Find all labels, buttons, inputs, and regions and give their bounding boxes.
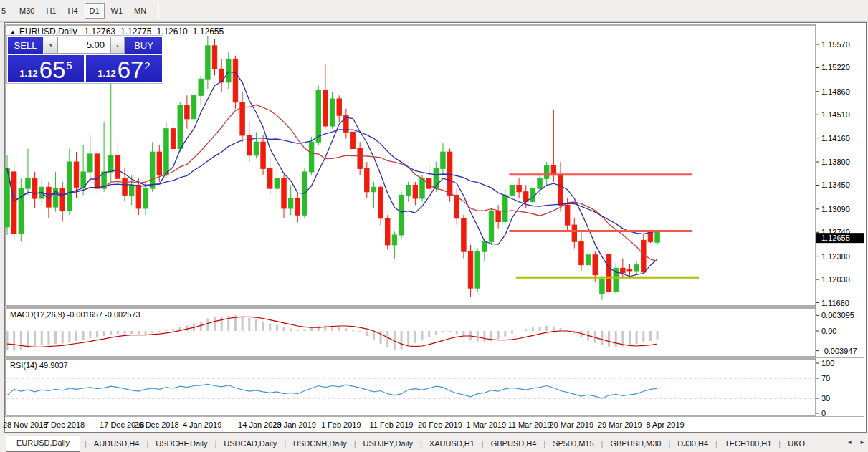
collapse-triangle-icon[interactable]: ▲ bbox=[10, 29, 16, 35]
chart-tab-gbpusd-h4[interactable]: GBPUSD,H4 bbox=[484, 436, 544, 452]
svg-text:1.13090: 1.13090 bbox=[821, 205, 850, 213]
volume-increase-button[interactable]: ▲ bbox=[110, 37, 125, 54]
svg-text:0: 0 bbox=[821, 409, 826, 418]
trading-app: 5M30H1H4D1W1MN 1.155701.152201.148601.14… bbox=[0, 0, 868, 452]
chart-tab-gbpusd-m30[interactable]: GBPUSD,M30 bbox=[603, 436, 668, 452]
svg-text:1.12030: 1.12030 bbox=[821, 275, 850, 284]
sell-price-sup: 5 bbox=[66, 60, 72, 71]
buy-price-button[interactable]: 1.12 67 2 bbox=[86, 55, 162, 82]
buy-price-big: 67 bbox=[118, 59, 144, 81]
svg-text:0.00: 0.00 bbox=[821, 327, 836, 335]
svg-text:1.14160: 1.14160 bbox=[821, 134, 850, 143]
svg-text:70: 70 bbox=[821, 374, 830, 383]
svg-text:1.15220: 1.15220 bbox=[821, 63, 850, 72]
tab-scroll-left-icon[interactable]: ◄ bbox=[846, 439, 852, 446]
svg-text:28 Nov 2018: 28 Nov 2018 bbox=[3, 420, 47, 429]
chart-tab-eurusd-daily[interactable]: EURUSD,Daily bbox=[6, 436, 80, 452]
buy-price-prefix: 1.12 bbox=[97, 68, 115, 79]
svg-text:29 Mar 2019: 29 Mar 2019 bbox=[598, 420, 642, 429]
chart-tab-xauusd-h1[interactable]: XAUUSD,H1 bbox=[422, 436, 482, 452]
svg-text:1.11680: 1.11680 bbox=[821, 299, 849, 307]
svg-text:0.003095: 0.003095 bbox=[821, 311, 854, 319]
svg-text:1 Mar 2019: 1 Mar 2019 bbox=[467, 420, 507, 429]
rsi-label: RSI(14) 49.9037 bbox=[10, 361, 68, 370]
volume-input[interactable]: 5.00 bbox=[58, 37, 110, 54]
chart-tab-sp500-m15[interactable]: SP500,M15 bbox=[545, 436, 601, 452]
svg-text:20 Mar 2019: 20 Mar 2019 bbox=[549, 420, 593, 429]
sell-price-prefix: 1.12 bbox=[19, 68, 37, 79]
svg-text:23 Jan 2019: 23 Jan 2019 bbox=[272, 420, 316, 429]
sell-price-big: 65 bbox=[39, 59, 66, 81]
svg-text:100: 100 bbox=[821, 359, 834, 367]
svg-text:1.15570: 1.15570 bbox=[821, 40, 850, 49]
svg-text:8 Apr 2019: 8 Apr 2019 bbox=[646, 420, 684, 429]
svg-text:11 Feb 2019: 11 Feb 2019 bbox=[369, 420, 413, 429]
svg-text:4 Jan 2019: 4 Jan 2019 bbox=[183, 420, 221, 429]
chart-tab-usdchf-daily[interactable]: USDCHF,Daily bbox=[148, 436, 214, 452]
close-value: 1.12655 bbox=[193, 27, 224, 37]
svg-text:1.14510: 1.14510 bbox=[821, 110, 850, 119]
volume-decrease-button[interactable]: ▼ bbox=[44, 37, 58, 54]
svg-text:1 Feb 2019: 1 Feb 2019 bbox=[321, 420, 361, 429]
chart-tabbar: EURUSD,Daily|AUDUSD,H4|USDCHF,Daily|USDC… bbox=[0, 433, 868, 452]
chart-tab-dj30-h4[interactable]: DJ30,H4 bbox=[670, 436, 715, 452]
chart-tab-usdcnh-daily[interactable]: USDCNH,Daily bbox=[286, 436, 354, 452]
svg-text:11 Mar 2019: 11 Mar 2019 bbox=[507, 420, 551, 429]
buy-button[interactable]: BUY bbox=[125, 37, 162, 54]
svg-text:30: 30 bbox=[821, 394, 830, 403]
svg-text:7 Dec 2018: 7 Dec 2018 bbox=[44, 420, 85, 429]
buy-price-sup: 2 bbox=[144, 60, 150, 71]
svg-text:-0.003947: -0.003947 bbox=[821, 347, 857, 355]
svg-text:20 Feb 2019: 20 Feb 2019 bbox=[418, 420, 462, 429]
tab-scroll-right-icon[interactable]: ► bbox=[859, 439, 865, 446]
svg-text:1.13450: 1.13450 bbox=[821, 181, 850, 189]
svg-text:1.12380: 1.12380 bbox=[821, 252, 850, 261]
chart-tab-uko[interactable]: UKO bbox=[781, 436, 812, 452]
tab-scroll-controls: ◄ ► bbox=[846, 439, 865, 446]
sell-price-button[interactable]: 1.12 65 5 bbox=[8, 55, 84, 82]
chart-tab-audusd-h4[interactable]: AUDUSD,H4 bbox=[87, 436, 147, 452]
one-click-trade-panel: SELL ▼ 5.00 ▲ BUY 1.12 65 5 1.12 67 2 bbox=[6, 35, 163, 84]
svg-text:1.13800: 1.13800 bbox=[821, 158, 850, 166]
chart-tab-usdcad-daily[interactable]: USDCAD,Daily bbox=[216, 436, 284, 452]
macd-label: MACD(12,26,9) -0.001657 -0.002573 bbox=[10, 310, 140, 319]
chart-tab-tech100-h1[interactable]: TECH100,H1 bbox=[717, 436, 778, 452]
chart-tab-usdjpy-daily[interactable]: USDJPY,Daily bbox=[356, 436, 421, 452]
svg-text:1.12655: 1.12655 bbox=[821, 234, 850, 242]
svg-text:26 Dec 2018: 26 Dec 2018 bbox=[134, 420, 178, 429]
svg-text:1.14860: 1.14860 bbox=[821, 87, 850, 96]
sell-button[interactable]: SELL bbox=[8, 37, 44, 54]
